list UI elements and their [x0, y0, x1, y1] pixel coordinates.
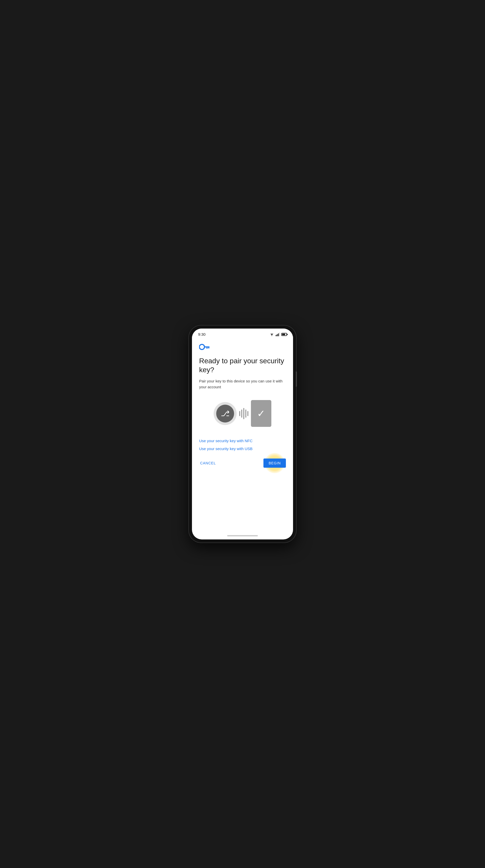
alternative-links: Use your security key with NFC Use your …: [199, 439, 286, 451]
svg-rect-2: [277, 334, 278, 336]
signal-icon: [276, 333, 280, 336]
phone-frame: 9:30: [189, 326, 296, 542]
svg-point-0: [271, 336, 272, 336]
volume-button[interactable]: [296, 371, 297, 387]
main-content: Ready to pair your security key? Pair yo…: [192, 339, 293, 533]
wave-bar-3: [243, 408, 244, 419]
action-buttons: CANCEL BEGIN: [199, 459, 286, 468]
begin-button[interactable]: BEGIN: [263, 459, 286, 468]
bluetooth-inner: ⎇: [216, 405, 234, 423]
cancel-button[interactable]: CANCEL: [199, 459, 217, 467]
status-bar: 9:30: [192, 329, 293, 339]
begin-button-wrapper: BEGIN: [263, 459, 286, 468]
key-icon: [199, 344, 286, 351]
wave-bar-2: [241, 409, 242, 418]
wave-bar-4: [245, 409, 246, 418]
svg-point-5: [199, 344, 204, 349]
device-illustration: ✓: [251, 400, 271, 427]
phone-screen: 9:30: [192, 329, 293, 539]
signal-waves: [239, 407, 248, 420]
checkmark-icon: ✓: [257, 408, 265, 419]
bluetooth-symbol: ⎇: [221, 410, 230, 417]
wifi-icon: [269, 333, 274, 336]
battery-icon: [281, 333, 287, 336]
nfc-link[interactable]: Use your security key with NFC: [199, 439, 286, 443]
svg-rect-3: [278, 333, 279, 336]
wave-bar-1: [239, 411, 240, 416]
svg-rect-8: [208, 347, 209, 348]
page-title: Ready to pair your security key?: [199, 356, 286, 374]
home-indicator: [227, 535, 258, 536]
usb-link[interactable]: Use your security key with USB: [199, 446, 286, 451]
svg-rect-7: [206, 347, 207, 349]
status-icons: [269, 333, 287, 336]
svg-rect-6: [204, 346, 209, 347]
page-description: Pair your key to this device so you can …: [199, 378, 286, 390]
svg-rect-4: [279, 333, 280, 336]
bluetooth-circle: ⎇: [214, 402, 237, 425]
svg-rect-1: [276, 335, 277, 336]
wave-bar-5: [247, 411, 248, 416]
status-time: 9:30: [198, 332, 205, 337]
illustration: ⎇ ✓: [199, 398, 286, 429]
